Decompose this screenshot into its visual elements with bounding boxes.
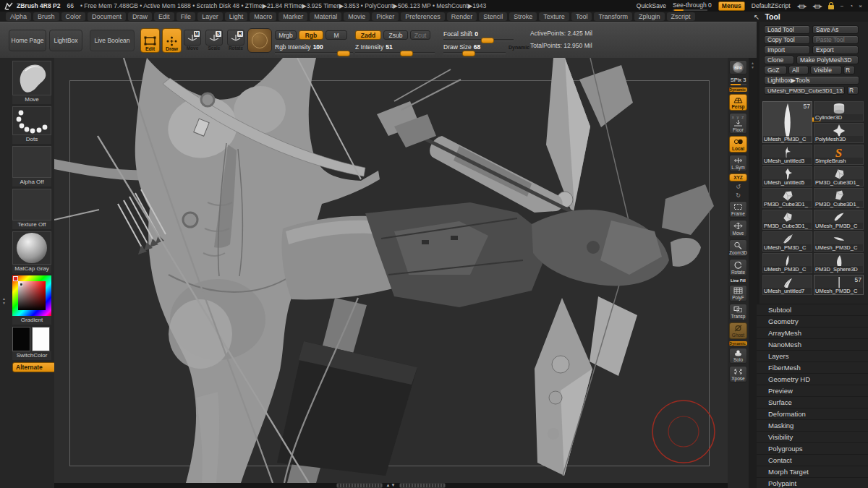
tool-item[interactable]: UMesh_untitled3 bbox=[762, 145, 812, 165]
frame-button[interactable]: Frame bbox=[729, 201, 747, 218]
zcut-button[interactable]: Zcut bbox=[410, 30, 430, 40]
transp-button[interactable]: Transp bbox=[729, 304, 747, 320]
tool-item[interactable]: UMesh_PM3D_C bbox=[762, 231, 812, 252]
menu-transform[interactable]: Transform bbox=[594, 12, 632, 21]
menu-document[interactable]: Document bbox=[88, 12, 126, 21]
section-polypaint[interactable]: Polypaint bbox=[757, 477, 868, 488]
section-preview[interactable]: Preview bbox=[757, 385, 868, 396]
current-tool-button[interactable]: UMesh_PM3D_Cube3D1_13. bbox=[764, 86, 845, 95]
tool-item[interactable]: UMesh_PM3D_C bbox=[814, 231, 864, 252]
local-button[interactable]: Local bbox=[729, 136, 747, 153]
section-subtool[interactable]: Subtool bbox=[757, 304, 868, 315]
m-button[interactable]: M bbox=[326, 30, 347, 40]
menu-preferences[interactable]: Preferences bbox=[401, 12, 445, 21]
menu-file[interactable]: File bbox=[176, 12, 196, 21]
rgb-button[interactable]: Rgb bbox=[299, 30, 323, 40]
ghost-button[interactable]: Ghost bbox=[729, 322, 747, 339]
tray-left-icon[interactable]: ◂▤▸ bbox=[797, 3, 807, 9]
bottom-tray-divider[interactable]: ▲▼ bbox=[54, 483, 728, 488]
tool-item[interactable]: 57 UMesh_PM3D_C bbox=[814, 275, 864, 295]
clone-button[interactable]: Clone bbox=[764, 56, 794, 64]
tool-item-current[interactable]: 57 UMesh_PM3D_C bbox=[762, 101, 812, 143]
zoom3d-button[interactable]: Zoom3D bbox=[729, 239, 747, 257]
tool-item[interactable]: PolyMesh3D bbox=[814, 123, 864, 143]
rgb-intensity-slider[interactable]: Rgb Intensity100 bbox=[275, 43, 353, 54]
draw-size-slider[interactable]: Draw Size68 bbox=[443, 43, 506, 54]
current-alpha-item[interactable]: Alpha Off bbox=[12, 146, 51, 187]
zsub-button[interactable]: Zsub bbox=[383, 30, 408, 40]
left-tray-divider[interactable]: ▲▼ bbox=[1, 296, 7, 305]
floor-button[interactable]: x y z Floor bbox=[729, 113, 747, 134]
xpose-button[interactable]: Xpose bbox=[729, 366, 747, 382]
tool-item[interactable]: PM3D_Cube3D1_ bbox=[814, 188, 864, 208]
xyz-button[interactable]: XYZ bbox=[729, 174, 747, 181]
section-deformation[interactable]: Deformation bbox=[757, 408, 868, 419]
goz-button[interactable]: GoZ bbox=[764, 66, 787, 74]
focal-shift-slider[interactable]: Focal Shift0 bbox=[443, 30, 514, 41]
tool-item[interactable]: PM3D_Sphere3D bbox=[814, 253, 864, 273]
section-polygroups[interactable]: Polygroups bbox=[757, 442, 868, 454]
lightbox-button[interactable]: LightBox bbox=[49, 30, 82, 51]
tool-item[interactable]: UMesh_PM3D_C bbox=[814, 210, 864, 230]
goz-visible-button[interactable]: Visible bbox=[810, 66, 842, 74]
menus-button[interactable]: Menus bbox=[718, 1, 745, 11]
menu-movie[interactable]: Movie bbox=[344, 12, 370, 21]
tool-item[interactable]: UMesh_untitled7 bbox=[762, 275, 812, 295]
menu-picker[interactable]: Picker bbox=[372, 12, 399, 21]
menu-material[interactable]: Material bbox=[310, 12, 341, 21]
right-tray-divider[interactable]: ▲▼ bbox=[749, 58, 757, 488]
spix-slider[interactable]: SPix 3 bbox=[731, 77, 746, 85]
paste-tool-button[interactable]: Paste Tool bbox=[812, 35, 859, 44]
lsym-button[interactable]: L.Sym bbox=[729, 155, 747, 171]
move-canvas-button[interactable]: Move bbox=[729, 220, 747, 237]
scale-gizmo-button[interactable]: S Scale bbox=[205, 30, 223, 51]
solo-button[interactable]: Solo bbox=[729, 348, 747, 364]
menu-tool[interactable]: Tool bbox=[571, 12, 592, 21]
dynamic-persp-toggle[interactable]: Dynamic bbox=[729, 87, 747, 92]
current-brush-item[interactable]: Move bbox=[12, 61, 51, 104]
load-tool-button[interactable]: Load Tool bbox=[764, 25, 810, 34]
menu-layer[interactable]: Layer bbox=[197, 12, 223, 21]
section-fibermesh[interactable]: FiberMesh bbox=[757, 361, 868, 373]
menu-zscript[interactable]: Zscript bbox=[667, 12, 695, 21]
live-boolean-button[interactable]: Live Boolean bbox=[90, 30, 135, 51]
see-through-slider[interactable]: See-through 0 bbox=[673, 1, 712, 11]
z-intensity-slider[interactable]: Z Intensity51 bbox=[355, 43, 435, 54]
make-polymesh3d-button[interactable]: Make PolyMesh3D bbox=[796, 56, 859, 64]
goz-r-button[interactable]: R bbox=[843, 66, 855, 74]
tool-item[interactable]: UMesh_PM3D_C bbox=[762, 253, 812, 273]
floor-axis-toggles[interactable]: x y z bbox=[732, 115, 744, 119]
default-zscript-button[interactable]: DefaultZScript bbox=[752, 2, 791, 9]
section-geometry-hd[interactable]: Geometry HD bbox=[757, 373, 868, 385]
divider-grip-right[interactable] bbox=[399, 483, 446, 488]
save-as-button[interactable]: Save As bbox=[812, 25, 859, 34]
minimize-icon[interactable]: − bbox=[841, 3, 843, 9]
secondary-color-swatch[interactable] bbox=[32, 327, 50, 351]
section-masking[interactable]: Masking bbox=[757, 419, 868, 431]
rotate-gizmo-button[interactable]: R Rotate bbox=[227, 30, 244, 51]
section-visibility[interactable]: Visibility bbox=[757, 431, 868, 442]
tray-right-icon[interactable]: ◂▤▸ bbox=[812, 3, 822, 9]
zoom-doc-icon[interactable]: ↻ bbox=[736, 192, 741, 199]
section-contact[interactable]: Contact bbox=[757, 454, 868, 466]
section-morph-target[interactable]: Morph Target bbox=[757, 466, 868, 477]
menu-color[interactable]: Color bbox=[61, 12, 86, 21]
menu-stencil[interactable]: Stencil bbox=[479, 12, 507, 21]
tool-item[interactable]: UMesh_untitled5 bbox=[762, 166, 812, 187]
menu-macro[interactable]: Macro bbox=[250, 12, 276, 21]
section-surface[interactable]: Surface bbox=[757, 396, 868, 408]
tool-item[interactable]: PM3D_Cube3D1_ bbox=[814, 166, 864, 187]
menu-stroke[interactable]: Stroke bbox=[509, 12, 537, 21]
menu-brush[interactable]: Brush bbox=[33, 12, 59, 21]
scroll-doc-icon[interactable]: ↺ bbox=[736, 184, 741, 190]
lightbox-tools-button[interactable]: Lightbox▶Tools bbox=[764, 76, 859, 85]
current-texture-item[interactable]: Texture Off bbox=[12, 189, 51, 229]
switch-color-item[interactable]: SwitchColor bbox=[12, 327, 51, 360]
menu-zplugin[interactable]: Zplugin bbox=[634, 12, 665, 21]
section-nanomesh[interactable]: NanoMesh bbox=[757, 338, 868, 350]
alternate-button[interactable]: Alternate bbox=[12, 362, 56, 372]
menu-edit[interactable]: Edit bbox=[154, 12, 174, 21]
menu-light[interactable]: Light bbox=[225, 12, 248, 21]
main-color-swatch[interactable] bbox=[12, 327, 30, 351]
divider-grip-left[interactable] bbox=[336, 483, 383, 488]
